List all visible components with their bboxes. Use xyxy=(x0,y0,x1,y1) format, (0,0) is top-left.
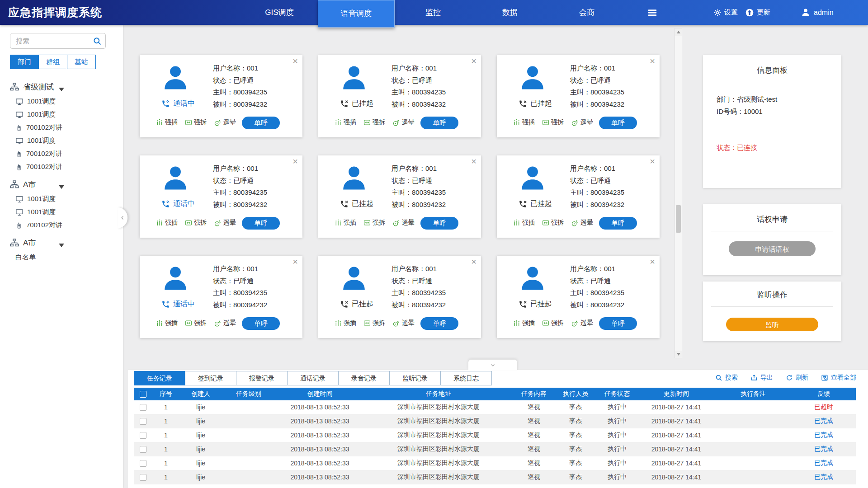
cell-feedback-link[interactable]: 已完成 xyxy=(792,445,856,453)
barge-in-button[interactable]: 强插 xyxy=(156,319,178,327)
tree-group[interactable]: A市 xyxy=(10,235,116,251)
nav-item-0[interactable]: GIS调度 xyxy=(241,0,318,25)
remote-stun-button[interactable]: 遥晕 xyxy=(392,319,415,327)
force-release-button[interactable]: 强拆 xyxy=(542,118,564,127)
tree-group[interactable]: A市 xyxy=(10,176,116,192)
force-release-button[interactable]: 强拆 xyxy=(185,219,207,227)
force-release-button[interactable]: 强拆 xyxy=(363,118,385,127)
single-call-button[interactable]: 单呼 xyxy=(242,117,280,129)
force-release-button[interactable]: 强拆 xyxy=(185,118,207,127)
cell-feedback-link[interactable]: 已完成 xyxy=(792,473,856,481)
cell-feedback-link[interactable]: 已完成 xyxy=(792,431,856,439)
row-checkbox[interactable] xyxy=(140,460,146,467)
caret-down-icon[interactable] xyxy=(59,241,64,249)
tree-group[interactable]: 省级测试 xyxy=(10,79,116,95)
barge-in-button[interactable]: 强插 xyxy=(156,219,178,227)
tree-item[interactable]: 700102对讲 xyxy=(10,160,116,174)
tree-item[interactable]: 700102对讲 xyxy=(10,121,116,134)
barge-in-button[interactable]: 强插 xyxy=(513,118,535,127)
scrollbar-thumb[interactable] xyxy=(676,205,681,233)
scroll-down-button[interactable] xyxy=(675,351,682,358)
force-release-button[interactable]: 强拆 xyxy=(363,219,385,227)
sidebar-tab-1[interactable]: 群组 xyxy=(38,55,67,69)
tree-item[interactable]: 白名单 xyxy=(10,251,116,264)
row-checkbox[interactable] xyxy=(140,432,146,439)
nav-item-1[interactable]: 语音调度 xyxy=(318,0,395,28)
force-release-button[interactable]: 强拆 xyxy=(185,319,207,327)
close-icon[interactable]: × xyxy=(292,56,298,66)
tree-item[interactable]: 1001调度 xyxy=(10,206,116,219)
single-call-button[interactable]: 单呼 xyxy=(420,217,458,230)
select-all-checkbox[interactable] xyxy=(140,391,146,398)
sidebar-tab-0[interactable]: 部门 xyxy=(10,55,39,69)
record-tab-3[interactable]: 通话记录 xyxy=(287,371,339,385)
remote-stun-button[interactable]: 遥晕 xyxy=(571,219,593,227)
close-icon[interactable]: × xyxy=(650,156,655,167)
caret-down-icon[interactable] xyxy=(59,183,64,191)
single-call-button[interactable]: 单呼 xyxy=(420,317,458,330)
tree-item[interactable]: 700102对讲 xyxy=(10,147,116,160)
remote-stun-button[interactable]: 遥晕 xyxy=(392,219,415,227)
row-checkbox[interactable] xyxy=(140,474,146,481)
sidebar-collapse-handle[interactable] xyxy=(118,207,127,228)
single-call-button[interactable]: 单呼 xyxy=(420,117,458,129)
row-checkbox[interactable] xyxy=(140,446,146,453)
panel-collapse-tab[interactable] xyxy=(468,359,518,370)
caret-down-icon[interactable] xyxy=(59,85,64,93)
update-button[interactable]: 更新 xyxy=(745,8,770,17)
tree-item[interactable]: 1001调度 xyxy=(10,134,116,147)
record-tab-4[interactable]: 录音记录 xyxy=(338,371,390,385)
force-release-button[interactable]: 强拆 xyxy=(542,219,564,227)
single-call-button[interactable]: 单呼 xyxy=(599,317,637,330)
close-icon[interactable]: × xyxy=(471,56,476,66)
nav-item-3[interactable]: 数据 xyxy=(472,0,548,25)
tree-item[interactable]: 1001调度 xyxy=(10,192,116,206)
nav-item-2[interactable]: 监控 xyxy=(395,0,472,25)
search-input[interactable] xyxy=(15,34,90,48)
barge-in-button[interactable]: 强插 xyxy=(513,319,535,327)
row-checkbox[interactable] xyxy=(140,404,146,411)
monitor-button[interactable]: 监听 xyxy=(726,318,818,331)
single-call-button[interactable]: 单呼 xyxy=(242,317,280,330)
row-checkbox[interactable] xyxy=(140,418,146,425)
single-call-button[interactable]: 单呼 xyxy=(599,217,637,230)
barge-in-button[interactable]: 强插 xyxy=(335,118,356,127)
record-tab-5[interactable]: 监听记录 xyxy=(389,371,441,385)
tree-item[interactable]: 700102对讲 xyxy=(10,219,116,232)
cell-feedback-link[interactable]: 已完成 xyxy=(792,417,856,425)
refresh-button[interactable]: 刷新 xyxy=(786,374,808,382)
sidebar-tab-2[interactable]: 基站 xyxy=(67,55,96,69)
remote-stun-button[interactable]: 遥晕 xyxy=(214,118,236,127)
cell-feedback-link[interactable]: 已超时 xyxy=(792,403,856,411)
single-call-button[interactable]: 单呼 xyxy=(599,117,637,129)
record-tab-6[interactable]: 系统日志 xyxy=(440,371,492,385)
apply-talk-right-button[interactable]: 申请话语权 xyxy=(729,241,816,256)
barge-in-button[interactable]: 强插 xyxy=(335,219,356,227)
remote-stun-button[interactable]: 遥晕 xyxy=(392,118,415,127)
close-icon[interactable]: × xyxy=(292,156,298,167)
record-tab-2[interactable]: 报警记录 xyxy=(236,371,288,385)
tree-item[interactable]: 1001调度 xyxy=(10,108,116,121)
remote-stun-button[interactable]: 遥晕 xyxy=(571,118,593,127)
record-tab-0[interactable]: 任务记录 xyxy=(134,371,185,385)
cell-feedback-link[interactable]: 已完成 xyxy=(792,459,856,467)
search-icon[interactable] xyxy=(93,37,102,46)
settings-button[interactable]: 设置 xyxy=(713,8,738,17)
view-all-button[interactable]: 查看全部 xyxy=(821,374,856,382)
single-call-button[interactable]: 单呼 xyxy=(242,217,280,230)
force-release-button[interactable]: 强拆 xyxy=(363,319,385,327)
remote-stun-button[interactable]: 遥晕 xyxy=(571,319,593,327)
remote-stun-button[interactable]: 遥晕 xyxy=(214,319,236,327)
close-icon[interactable]: × xyxy=(471,257,476,267)
barge-in-button[interactable]: 强插 xyxy=(513,219,535,227)
close-icon[interactable]: × xyxy=(471,156,476,167)
close-icon[interactable]: × xyxy=(292,257,298,267)
force-release-button[interactable]: 强拆 xyxy=(542,319,564,327)
hamburger-menu-button[interactable] xyxy=(625,0,679,25)
close-icon[interactable]: × xyxy=(650,257,655,267)
barge-in-button[interactable]: 强插 xyxy=(335,319,356,327)
scroll-up-button[interactable] xyxy=(675,28,682,36)
export-button[interactable]: 导出 xyxy=(750,374,773,382)
search-button[interactable]: 搜索 xyxy=(715,374,738,382)
remote-stun-button[interactable]: 遥晕 xyxy=(214,219,236,227)
